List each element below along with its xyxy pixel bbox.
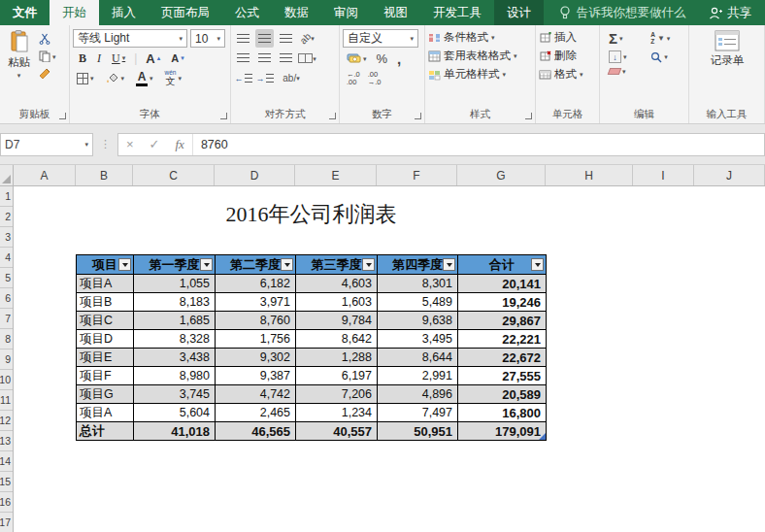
cell-value[interactable]: 20,589 [458,385,547,404]
underline-button[interactable]: U▾ [110,50,127,67]
filter-button-第四季度[interactable] [443,258,455,271]
comma-style-button[interactable]: , [395,50,403,68]
column-header-A[interactable]: A [14,165,76,185]
row-header-16[interactable]: 16 [0,492,13,513]
number-format-combo[interactable]: 自定义▾ [343,29,418,48]
cell-label[interactable]: 项目B [77,293,134,312]
row-header-12[interactable]: 12 [0,411,13,431]
cell-label[interactable]: 项目C [77,312,134,330]
cell-label[interactable]: 项目A [77,275,134,293]
cell-value[interactable]: 6,197 [296,367,378,385]
filter-button-合计[interactable] [531,258,544,271]
tab-视图[interactable]: 视图 [371,0,420,25]
cell-value[interactable]: 1,055 [134,275,216,293]
format-cells-button[interactable]: 格式▾ [539,65,597,83]
autosum-button[interactable]: Σ▾ [607,30,639,47]
cut-button[interactable] [37,32,58,46]
cell-value[interactable]: 9,784 [296,312,378,330]
cell-value[interactable]: 8,980 [134,367,216,385]
clear-button[interactable]: ▾ [607,67,639,76]
tab-开始[interactable]: 开始 [50,0,99,25]
fill-button[interactable]: ↓▾ [607,50,639,64]
row-header-7[interactable]: 7 [0,309,13,329]
cell-value[interactable]: 20,141 [458,275,547,293]
tab-设计[interactable]: 设计 [494,0,544,25]
cell-value[interactable]: 1,603 [296,293,378,312]
increase-decimal-button[interactable]: ←.0.00 [347,71,360,85]
table-header-项目[interactable]: 项目 [77,255,134,275]
cell-value[interactable]: 8,328 [134,330,216,349]
row-header-3[interactable]: 3 [0,227,13,248]
row-header-8[interactable]: 8 [0,329,13,349]
cell-value[interactable]: 29,867 [458,312,547,330]
middle-align-button[interactable] [255,29,274,48]
font-color-button[interactable]: A▾ [134,70,155,87]
column-header-D[interactable]: D [215,165,295,185]
tab-页面布局[interactable]: 页面布局 [149,0,222,25]
filter-button-项目[interactable] [118,258,131,271]
table-header-合计[interactable]: 合计 [458,255,547,275]
cell-value[interactable]: 41,018 [134,422,216,441]
cell-value[interactable]: 3,438 [134,349,216,367]
row-header-4[interactable]: 4 [0,248,13,268]
accounting-format-button[interactable]: ▾ [345,51,369,65]
cell-value[interactable]: 1,685 [134,312,216,330]
find-select-button[interactable]: ▾ [649,50,682,64]
row-header-10[interactable]: 10 [0,370,13,390]
cell-value[interactable]: 9,302 [216,349,296,367]
tab-插入[interactable]: 插入 [99,0,149,25]
increase-font-button[interactable]: A▴ [144,50,162,67]
bottom-align-button[interactable] [277,29,295,48]
cell-value[interactable]: 179,091 [458,422,547,441]
cell-value[interactable]: 5,604 [134,404,216,422]
cell-value[interactable]: 50,951 [378,422,458,441]
bold-button[interactable]: B [77,50,88,67]
cell-value[interactable]: 2,991 [378,367,458,385]
enter-button[interactable]: ✓ [142,137,168,151]
cell-value[interactable]: 27,555 [458,367,547,385]
format-as-table-button[interactable]: 套用表格格式▾ [428,47,533,65]
cell-value[interactable]: 3,495 [378,330,458,349]
record-form-button[interactable]: 记录单 [692,28,762,70]
table-header-第二季度[interactable]: 第二季度 [216,255,296,275]
column-header-E[interactable]: E [295,165,377,185]
wrap-text-button[interactable]: ab/▾ [277,69,306,87]
tab-开发工具[interactable]: 开发工具 [420,0,494,25]
row-header-13[interactable]: 13 [0,431,13,451]
cell-value[interactable]: 9,387 [216,367,296,385]
format-painter-button[interactable] [37,67,58,81]
cell-value[interactable]: 19,246 [458,293,547,312]
font-name-combo[interactable]: 等线 Light▾ [73,29,187,48]
column-header-H[interactable]: H [546,165,633,185]
increase-indent-button[interactable]: → [255,69,274,87]
filter-button-第一季度[interactable] [200,258,213,271]
name-box[interactable]: D7▾ [0,133,93,156]
table-header-第四季度[interactable]: 第四季度 [378,255,458,275]
cell-value[interactable]: 1,234 [296,404,378,422]
cell-value[interactable]: 7,497 [378,404,458,422]
cell-value[interactable]: 8,760 [216,312,296,330]
paste-button[interactable]: 粘贴 ▾ [3,28,35,81]
cell-value[interactable]: 22,221 [458,330,547,349]
conditional-formatting-button[interactable]: 条件格式▾ [428,28,533,47]
cell-value[interactable]: 8,183 [134,293,216,312]
cell-value[interactable]: 2,465 [216,404,296,422]
fill-color-button[interactable]: ▾ [104,71,127,85]
select-all-button[interactable] [0,165,14,185]
clipboard-dialog-launcher[interactable] [59,113,66,119]
decrease-decimal-button[interactable]: .00→.0 [368,71,382,85]
row-header-17[interactable]: 17 [0,513,13,532]
cell-value[interactable]: 16,800 [458,404,547,422]
share-button[interactable]: 共享 [695,0,765,25]
column-header-F[interactable]: F [377,165,457,185]
cell-label[interactable]: 项目D [77,330,134,349]
cell-value[interactable]: 9,638 [378,312,458,330]
insert-cells-button[interactable]: 插入 [539,28,597,47]
cell-value[interactable]: 8,644 [378,349,458,367]
copy-button[interactable]: ▾ [37,50,58,63]
sort-filter-button[interactable]: AZ▼▾ [649,30,682,47]
styles-dialog-launcher[interactable] [525,113,532,119]
cell-label[interactable]: 总计 [77,422,134,441]
cell-value[interactable]: 6,182 [216,275,296,293]
orientation-button[interactable]: ab▾ [298,29,316,48]
